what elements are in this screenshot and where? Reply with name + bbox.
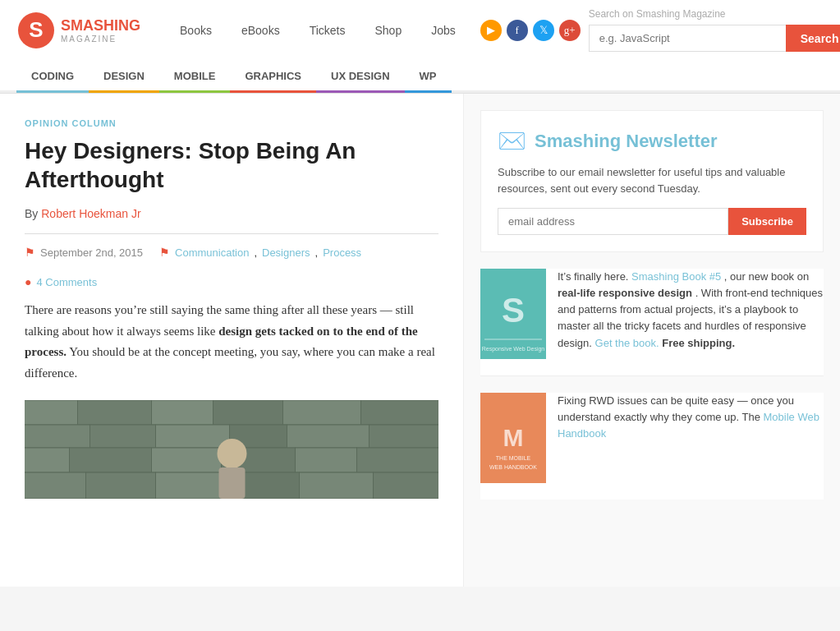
subnav-wp[interactable]: WP xyxy=(405,60,452,93)
sub-nav: CODING DESIGN MOBILE GRAPHICS UX DESIGN … xyxy=(0,60,840,93)
article-divider xyxy=(25,233,438,234)
svg-rect-13 xyxy=(287,425,370,448)
subnav-graphics[interactable]: GRAPHICS xyxy=(230,60,316,93)
logo-smashing: SMASHING xyxy=(61,17,140,35)
logo-icon: S xyxy=(16,11,56,50)
author-prefix: By xyxy=(25,207,38,220)
article-meta-row: ⚑ September 2nd, 2015 ⚑ Communication, D… xyxy=(25,246,438,288)
svg-rect-16 xyxy=(70,448,152,472)
clock-icon: ⚑ xyxy=(25,246,35,259)
comments-icon: ● xyxy=(25,275,31,288)
nav-tickets[interactable]: Tickets xyxy=(295,16,360,45)
twitter-icon[interactable]: 𝕏 xyxy=(533,20,554,41)
article-image xyxy=(25,400,438,499)
svg-rect-21 xyxy=(25,472,86,499)
subnav-mobile[interactable]: MOBILE xyxy=(159,60,231,93)
svg-rect-6 xyxy=(213,400,283,425)
date-text: September 2nd, 2015 xyxy=(40,246,143,259)
svg-rect-11 xyxy=(156,425,230,448)
svg-rect-17 xyxy=(152,448,222,472)
article-title: Hey Designers: Stop Being An Afterthough… xyxy=(25,136,438,194)
svg-text:Responsive Web Design: Responsive Web Design xyxy=(482,346,545,352)
book-cover-2: M THE MOBILE WEB HANDBOOK xyxy=(480,393,546,483)
newsletter-icon: ✉️ xyxy=(498,127,526,154)
svg-text:M: M xyxy=(503,424,524,451)
svg-rect-31 xyxy=(484,339,542,340)
book-promo-1: S Responsive Web Design It’s finally her… xyxy=(480,269,824,376)
svg-rect-25 xyxy=(300,472,374,499)
newsletter-box: ✉️ Smashing Newsletter Subscribe to our … xyxy=(480,110,824,252)
book-1-link[interactable]: Smashing Book #5 xyxy=(631,270,721,283)
book-1-link2[interactable]: Get the book. xyxy=(595,337,659,349)
nav-ebooks[interactable]: eBooks xyxy=(227,16,295,45)
newsletter-form: Subscribe xyxy=(498,208,806,235)
tag-process[interactable]: Process xyxy=(323,246,361,259)
tag-designers[interactable]: Designers xyxy=(262,246,310,259)
book-1-free-shipping: Free shipping. xyxy=(662,337,735,349)
tag-communication[interactable]: Communication xyxy=(175,246,249,259)
svg-rect-10 xyxy=(90,425,156,448)
book-1-desc-pre: It’s finally here. xyxy=(558,270,628,283)
svg-text:S: S xyxy=(502,291,525,329)
subnav-coding[interactable]: CODING xyxy=(16,60,89,93)
facebook-icon[interactable]: f xyxy=(507,20,528,41)
book-1-desc-mid: , our new book on xyxy=(724,270,809,283)
sidebar: ✉️ Smashing Newsletter Subscribe to our … xyxy=(464,94,840,587)
svg-rect-5 xyxy=(152,400,213,425)
subnav-design[interactable]: DESIGN xyxy=(89,60,159,93)
main-nav: Books eBooks Tickets Shop Jobs xyxy=(165,16,470,45)
svg-point-27 xyxy=(218,439,247,468)
newsletter-subscribe-button[interactable]: Subscribe xyxy=(728,208,806,235)
svg-rect-22 xyxy=(86,472,156,499)
subnav-ux-design[interactable]: UX DESIGN xyxy=(316,60,405,93)
svg-rect-28 xyxy=(219,467,246,499)
svg-rect-3 xyxy=(25,400,78,425)
svg-rect-19 xyxy=(296,448,357,472)
article-date: ⚑ September 2nd, 2015 xyxy=(25,246,143,259)
newsletter-email-input[interactable] xyxy=(498,208,728,235)
article-image-inner xyxy=(25,400,438,499)
book-cover-svg-1: S Responsive Web Design xyxy=(480,269,546,359)
article-image-svg xyxy=(25,400,438,499)
svg-rect-7 xyxy=(283,400,361,425)
rss-icon[interactable]: ▶ xyxy=(480,20,502,41)
book-promo-2: M THE MOBILE WEB HANDBOOK Fixing RWD iss… xyxy=(480,393,824,500)
svg-rect-20 xyxy=(357,448,439,472)
search-row: Search xyxy=(589,25,840,52)
svg-rect-9 xyxy=(25,425,90,448)
svg-rect-15 xyxy=(25,448,70,472)
book-cover-1: S Responsive Web Design xyxy=(480,269,546,359)
nav-jobs[interactable]: Jobs xyxy=(416,16,470,45)
logo-magazine: MAGAZINE xyxy=(61,35,140,44)
svg-text:THE MOBILE: THE MOBILE xyxy=(496,455,531,461)
comments-link[interactable]: 4 Comments xyxy=(36,276,97,288)
nav-shop[interactable]: Shop xyxy=(360,16,416,45)
book-2-desc-pre: Fixing RWD issues can be quite easy — on… xyxy=(558,394,794,423)
tag-icon: ⚑ xyxy=(159,246,170,259)
newsletter-title: Smashing Newsletter xyxy=(535,131,718,152)
googleplus-icon[interactable]: g+ xyxy=(559,20,581,41)
article-author: By Robert Hoekman Jr xyxy=(25,207,438,220)
social-icons: ▶ f 𝕏 g+ xyxy=(480,20,581,41)
book-2-text: Fixing RWD issues can be quite easy — on… xyxy=(558,393,824,483)
newsletter-header: ✉️ Smashing Newsletter xyxy=(498,127,806,154)
svg-text:WEB HANDBOOK: WEB HANDBOOK xyxy=(489,464,537,470)
newsletter-description: Subscribe to our email newsletter for us… xyxy=(498,164,806,196)
main-content: OPINION COLUMN Hey Designers: Stop Being… xyxy=(0,94,464,587)
author-link[interactable]: Robert Hoekman Jr xyxy=(41,207,140,220)
search-button[interactable]: Search xyxy=(786,25,840,52)
body-text-3: You should be at the concept meeting, yo… xyxy=(25,345,435,380)
top-bar: S SMASHING MAGAZINE Books eBooks Tickets… xyxy=(0,0,840,60)
search-input[interactable] xyxy=(589,25,786,52)
nav-books[interactable]: Books xyxy=(165,16,227,45)
article-tags: ⚑ Communication, Designers, Process xyxy=(159,246,361,259)
svg-rect-8 xyxy=(361,400,439,425)
page-layout: OPINION COLUMN Hey Designers: Stop Being… xyxy=(0,94,840,587)
logo-area[interactable]: S SMASHING MAGAZINE xyxy=(16,11,140,50)
article-body: There are reasons you’re still saying th… xyxy=(25,300,438,384)
svg-text:S: S xyxy=(29,17,43,42)
book-1-bold-1: real-life responsive design xyxy=(558,287,692,299)
top-right-area: ▶ f 𝕏 g+ Search on Smashing Magazine Sea… xyxy=(470,8,840,52)
search-label: Search on Smashing Magazine xyxy=(589,8,726,20)
article-comments: ● 4 Comments xyxy=(25,275,97,288)
